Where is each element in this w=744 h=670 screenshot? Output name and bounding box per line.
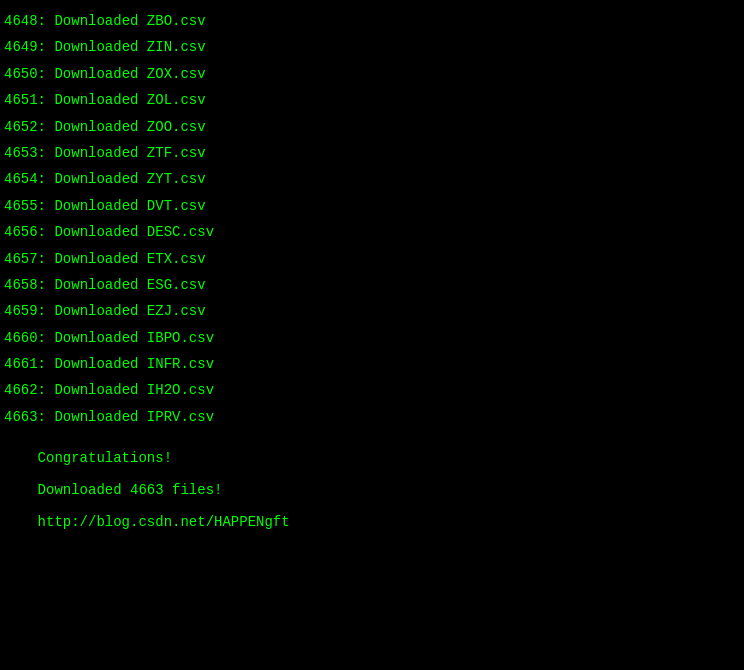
downloaded-label: Downloaded <box>54 356 146 372</box>
line-number: 4659: <box>4 303 54 319</box>
downloaded-label: Downloaded <box>54 409 146 425</box>
line-number: 4663: <box>4 409 54 425</box>
log-line: 4649: Downloaded ZIN.csv <box>4 34 740 60</box>
filename: ESG.csv <box>147 277 206 293</box>
line-number: 4662: <box>4 382 54 398</box>
log-line: 4662: Downloaded IH2O.csv <box>4 377 740 403</box>
downloaded-label: Downloaded <box>54 39 146 55</box>
downloaded-label: Downloaded <box>54 277 146 293</box>
line-number: 4660: <box>4 330 54 346</box>
line-number: 4654: <box>4 171 54 187</box>
line-number: 4653: <box>4 145 54 161</box>
line-number: 4650: <box>4 66 54 82</box>
congratulations-line: Congratulations! Downloaded 4663 files! … <box>4 430 740 546</box>
filename: IPRV.csv <box>147 409 214 425</box>
filename: DVT.csv <box>147 198 206 214</box>
line-number: 4652: <box>4 119 54 135</box>
congratulations-text: Congratulations! <box>38 450 172 466</box>
downloaded-label: Downloaded <box>54 198 146 214</box>
downloaded-label: Downloaded <box>54 119 146 135</box>
downloaded-label: Downloaded <box>54 145 146 161</box>
log-line: 4656: Downloaded DESC.csv <box>4 219 740 245</box>
line-number: 4651: <box>4 92 54 108</box>
congratulations-spacer <box>38 498 72 514</box>
downloaded-label: Downloaded <box>54 330 146 346</box>
line-number: 4656: <box>4 224 54 240</box>
downloaded-label: Downloaded <box>54 13 146 29</box>
downloaded-label: Downloaded <box>54 171 146 187</box>
log-line: 4657: Downloaded ETX.csv <box>4 246 740 272</box>
line-number: 4649: <box>4 39 54 55</box>
downloaded-label: Downloaded <box>54 303 146 319</box>
filename: DESC.csv <box>147 224 214 240</box>
log-line: 4651: Downloaded ZOL.csv <box>4 87 740 113</box>
downloaded-message: Downloaded 4663 files! <box>38 482 223 498</box>
filename: ZIN.csv <box>147 39 206 55</box>
filename: ZOL.csv <box>147 92 206 108</box>
filename: IH2O.csv <box>147 382 214 398</box>
line-number: 4648: <box>4 13 54 29</box>
filename: ZBO.csv <box>147 13 206 29</box>
filename: ZOO.csv <box>147 119 206 135</box>
line-number: 4658: <box>4 277 54 293</box>
filename: ZYT.csv <box>147 171 206 187</box>
filename: EZJ.csv <box>147 303 206 319</box>
log-line: 4661: Downloaded INFR.csv <box>4 351 740 377</box>
log-line: 4659: Downloaded EZJ.csv <box>4 298 740 324</box>
log-line: 4648: Downloaded ZBO.csv <box>4 8 740 34</box>
log-line: 4654: Downloaded ZYT.csv <box>4 166 740 192</box>
log-line: 4650: Downloaded ZOX.csv <box>4 61 740 87</box>
log-line: 4660: Downloaded IBPO.csv <box>4 325 740 351</box>
line-number: 4657: <box>4 251 54 267</box>
terminal-output: 4648: Downloaded ZBO.csv4649: Downloaded… <box>0 0 744 554</box>
downloaded-count-text <box>38 466 46 482</box>
downloaded-label: Downloaded <box>54 66 146 82</box>
log-line: 4653: Downloaded ZTF.csv <box>4 140 740 166</box>
filename: INFR.csv <box>147 356 214 372</box>
log-line: 4663: Downloaded IPRV.csv <box>4 404 740 430</box>
csdn-url: http://blog.csdn.net/HAPPENgft <box>38 514 290 530</box>
downloaded-label: Downloaded <box>54 251 146 267</box>
line-number: 4661: <box>4 356 54 372</box>
log-line: 4655: Downloaded DVT.csv <box>4 193 740 219</box>
log-line: 4658: Downloaded ESG.csv <box>4 272 740 298</box>
filename: IBPO.csv <box>147 330 214 346</box>
filename: ETX.csv <box>147 251 206 267</box>
filename: ZOX.csv <box>147 66 206 82</box>
downloaded-label: Downloaded <box>54 382 146 398</box>
line-number: 4655: <box>4 198 54 214</box>
downloaded-label: Downloaded <box>54 224 146 240</box>
filename: ZTF.csv <box>147 145 206 161</box>
log-line: 4652: Downloaded ZOO.csv <box>4 114 740 140</box>
downloaded-label: Downloaded <box>54 92 146 108</box>
